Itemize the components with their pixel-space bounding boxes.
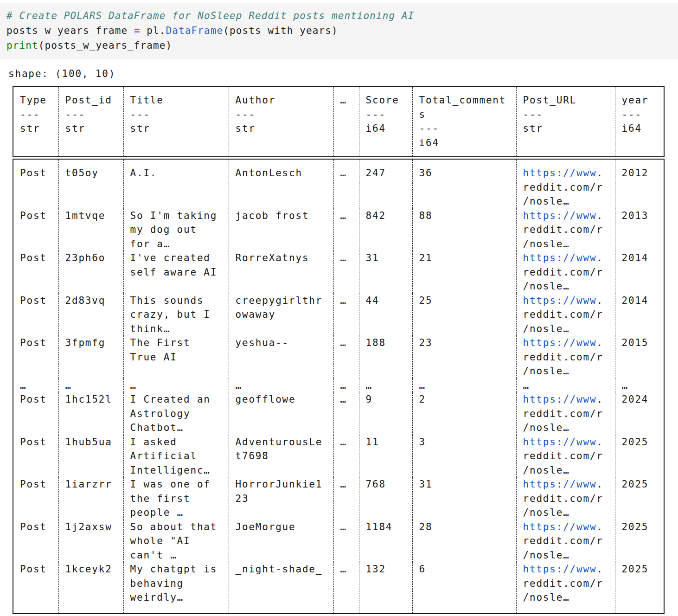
cell-total-comments: 23 <box>412 336 516 379</box>
post-url-link[interactable]: https://www <box>523 436 597 448</box>
cell-ellipsis: … <box>333 294 359 336</box>
cell-total-comments: 6 <box>412 562 516 614</box>
cell-type: Post <box>13 294 58 336</box>
cell-ellipsis: … <box>333 209 359 251</box>
code-print-args: (posts_w_years_frame) <box>38 40 173 51</box>
dataframe-shape-label: shape: (100, 10) <box>8 67 678 81</box>
cell-ellipsis: … <box>333 158 359 209</box>
cell-ellipsis: … <box>333 392 359 435</box>
cell-post-id: … <box>58 379 123 393</box>
code-assignment-line: posts_w_years_frame = pl.DataFrame(posts… <box>6 23 671 38</box>
table-header-row: Type --- strPost_id --- strTitle --- str… <box>13 87 664 158</box>
cell-total-comments: 21 <box>412 251 516 294</box>
cell-score: 842 <box>359 209 412 251</box>
post-url-link[interactable]: https://www <box>523 337 597 348</box>
post-url-link[interactable]: https://www <box>523 295 597 306</box>
cell-score: 132 <box>359 562 412 614</box>
code-print-line: print(posts_w_years_frame) <box>6 38 671 53</box>
cell-total-comments: 36 <box>412 158 516 209</box>
post-url-link[interactable]: https://www <box>523 521 597 533</box>
table-row: Post t05oy A.I. AntonLesch … 247 36 http… <box>13 158 664 209</box>
code-module: pl. <box>141 25 166 36</box>
cell-title: … <box>123 379 229 393</box>
cell-score: 44 <box>359 294 412 336</box>
code-operator: = <box>134 25 141 36</box>
cell-year: 2024 <box>615 392 664 435</box>
cell-type: … <box>13 379 58 393</box>
post-url-link[interactable]: https://www <box>523 210 597 221</box>
post-url-link[interactable]: https://www <box>523 394 597 405</box>
cell-author: JoeMorgue <box>229 520 333 563</box>
cell-title: I've created self aware AI <box>123 251 229 294</box>
cell-score: 9 <box>359 392 412 435</box>
cell-score: 768 <box>359 477 412 520</box>
table-row: Post 1j2axsw So about that whole "AI can… <box>13 520 664 563</box>
table-row: … … … … … … … … … <box>13 379 664 393</box>
table-row: Post 1iarzrr I was one of the first peop… <box>13 477 664 520</box>
cell-author: AntonLesch <box>229 158 333 209</box>
cell-post-id: 23ph6o <box>58 251 123 294</box>
cell-ellipsis: … <box>333 477 359 520</box>
cell-score: 11 <box>359 435 412 478</box>
col-header-total-comments: Total_comment s --- i64 <box>412 87 516 158</box>
code-function-name: print <box>6 40 38 51</box>
post-url-link[interactable]: https://www <box>523 479 597 490</box>
cell-title: I Created an Astrology Chatbot… <box>123 392 229 435</box>
cell-post-url: https://www. reddit.com/r /nosle… <box>516 435 615 478</box>
cell-year: 2025 <box>615 562 664 614</box>
cell-ellipsis: … <box>333 435 359 478</box>
cell-total-comments: … <box>412 379 516 393</box>
cell-total-comments: 31 <box>412 477 516 520</box>
cell-author: yeshua-- <box>229 336 333 379</box>
cell-author: _night-shade_ <box>229 562 333 614</box>
post-url-link[interactable]: https://www <box>523 167 597 179</box>
cell-year: 2025 <box>615 520 664 563</box>
col-header-year: year --- i64 <box>615 87 664 158</box>
cell-post-id: 1j2axsw <box>58 520 123 563</box>
code-comment: # Create POLARS DataFrame for NoSleep Re… <box>6 10 415 21</box>
cell-title: So about that whole "AI can't … <box>123 520 229 563</box>
cell-post-url: https://www. reddit.com/r /nosle… <box>516 477 615 520</box>
cell-author: jacob_frost <box>229 209 333 251</box>
cell-title: My chatgpt is behaving weirdly… <box>123 562 229 614</box>
cell-type: Post <box>13 520 58 563</box>
cell-post-id: t05oy <box>58 158 123 209</box>
table-row: Post 2d83vq This sounds crazy, but I thi… <box>13 294 664 336</box>
cell-type: Post <box>13 209 58 251</box>
cell-title: A.I. <box>123 158 229 209</box>
post-url-rest: … <box>523 380 530 391</box>
table-row: Post 1hub5ua I asked Artificial Intellig… <box>13 435 664 478</box>
col-header-post-url: Post_URL --- str <box>516 87 615 158</box>
cell-score: 188 <box>359 336 412 379</box>
cell-total-comments: 3 <box>412 435 516 478</box>
cell-title: The First True AI <box>123 336 229 379</box>
post-url-link[interactable]: https://www <box>523 252 597 263</box>
cell-post-url: https://www. reddit.com/r /nosle… <box>516 158 615 209</box>
cell-post-url: https://www. reddit.com/r /nosle… <box>516 562 615 614</box>
cell-post-id: 2d83vq <box>58 294 123 336</box>
cell-title: So I'm taking my dog out for a… <box>123 209 229 251</box>
col-header-score: Score --- i64 <box>359 87 412 158</box>
cell-type: Post <box>13 251 58 294</box>
cell-total-comments: 25 <box>412 294 516 336</box>
table-row: Post 1hc152l I Created an Astrology Chat… <box>13 392 664 435</box>
table-body: Post t05oy A.I. AntonLesch … 247 36 http… <box>13 158 664 614</box>
cell-score: 31 <box>359 251 412 294</box>
cell-year: 2013 <box>615 209 664 251</box>
cell-post-id: 1iarzrr <box>58 477 123 520</box>
cell-ellipsis: … <box>333 251 359 294</box>
cell-year: 2014 <box>615 294 664 336</box>
code-editor[interactable]: # Create POLARS DataFrame for NoSleep Re… <box>0 3 678 59</box>
cell-ellipsis: … <box>333 336 359 379</box>
cell-author: … <box>229 379 333 393</box>
cell-post-url: https://www. reddit.com/r /nosle… <box>516 251 615 294</box>
col-header-title: Title --- str <box>123 87 229 158</box>
post-url-link[interactable]: https://www <box>523 564 597 575</box>
cell-year: 2025 <box>615 477 664 520</box>
cell-type: Post <box>13 158 58 209</box>
cell-year: 2015 <box>615 336 664 379</box>
table-row: Post 1kceyk2 My chatgpt is behaving weir… <box>13 562 664 614</box>
table-row: Post 3fpmfg The First True AI yeshua-- …… <box>13 336 664 379</box>
table-row: Post 23ph6o I've created self aware AI R… <box>13 251 664 294</box>
cell-score: … <box>359 379 412 393</box>
